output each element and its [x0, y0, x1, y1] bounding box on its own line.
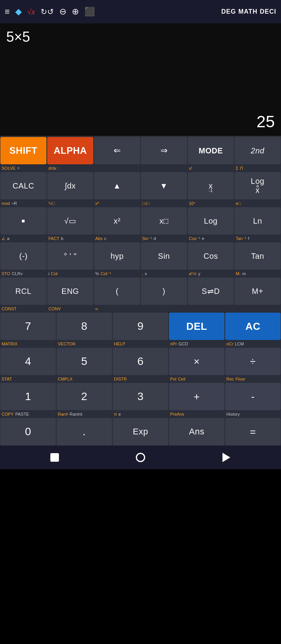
hyp-button[interactable]: hyp: [94, 242, 140, 270]
sub-ddx: d/dx: [48, 166, 57, 171]
ln-button[interactable]: Ln: [235, 207, 281, 235]
nav-back-button[interactable]: [219, 450, 234, 465]
close-paren-button[interactable]: ): [141, 278, 187, 305]
mode-labels: DEG MATH DECI: [221, 8, 276, 15]
sub-cell-comma-x: , x: [140, 270, 187, 277]
seven-button[interactable]: 7: [0, 313, 56, 340]
sub-pi: Π: [240, 166, 243, 171]
right-arrow-button[interactable]: ⇒: [141, 137, 187, 164]
shift-button[interactable]: SHIFT: [0, 137, 46, 164]
sub-cell-sininv-d: Sin⁻¹ d: [140, 235, 187, 242]
four-button[interactable]: 4: [0, 348, 56, 375]
open-paren-button[interactable]: (: [94, 278, 140, 305]
ac-button[interactable]: AC: [225, 313, 281, 340]
nav-home-button[interactable]: [133, 450, 148, 465]
sub-history: History: [226, 412, 240, 416]
sub-xfact: x!: [189, 166, 192, 171]
menu-icon[interactable]: ≡: [5, 7, 10, 17]
sin-button[interactable]: Sin: [141, 242, 187, 270]
left-arrow-button[interactable]: ⇐: [94, 137, 140, 164]
sub-sigma: Σ: [236, 166, 238, 171]
camera-icon[interactable]: ⬛: [84, 7, 95, 17]
log-button[interactable]: Log: [188, 207, 234, 235]
nine-button[interactable]: 9: [113, 313, 168, 340]
decimal-button[interactable]: .: [57, 418, 112, 445]
sub-cell-cubrt: ³√□: [47, 200, 94, 207]
zoom-in-icon[interactable]: ⊕: [72, 7, 79, 17]
exp-button[interactable]: Exp: [113, 418, 168, 445]
mode-deg: DEG: [221, 8, 236, 15]
six-button[interactable]: 6: [113, 348, 168, 375]
plus-button[interactable]: +: [169, 383, 224, 410]
divide-button[interactable]: ÷: [225, 348, 281, 375]
redo-icon[interactable]: ↻↺: [41, 7, 54, 16]
calc-button[interactable]: CALC: [0, 172, 46, 199]
down-button[interactable]: ▼: [141, 172, 187, 199]
second-button[interactable]: 2nd: [235, 137, 281, 164]
sub-cell-vector: VECTOR: [56, 340, 112, 347]
gem-icon[interactable]: ◆: [15, 7, 22, 17]
tan-button[interactable]: Tan: [235, 242, 281, 270]
sub-cell-matrix: MATRIX: [0, 340, 56, 347]
multiply-button[interactable]: ×: [169, 348, 224, 375]
sub-row-6: MATRIX VECTOR HELP nPr GCD nCr LCM: [0, 340, 281, 347]
sub-cell-inf: ∞: [94, 305, 140, 312]
sub-cell-stat: STAT: [0, 375, 56, 382]
five-button[interactable]: 5: [57, 348, 112, 375]
sub-divr: ÷R: [11, 201, 17, 206]
sub-cell-ran: Ran# RanInt: [56, 411, 112, 418]
integral-button[interactable]: ∫dx: [47, 172, 93, 199]
three-button[interactable]: 3: [113, 383, 168, 410]
rcl-button[interactable]: RCL: [0, 278, 46, 305]
m-plus-button[interactable]: M+: [235, 278, 281, 305]
x-box-button[interactable]: x□: [141, 207, 187, 235]
nav-square-button[interactable]: [47, 450, 62, 465]
equals-button[interactable]: =: [225, 418, 281, 445]
one-button[interactable]: 1: [0, 383, 56, 410]
minus-button[interactable]: -: [225, 383, 281, 410]
sub-row-4: STO CLRv i Cot % Cot⁻¹ , x aᵇ/c y M- m: [0, 270, 281, 277]
neg-button[interactable]: (-): [0, 242, 46, 270]
sub-cot: Cot: [51, 271, 57, 276]
row-sqrt: ▪ √▭ x² x□ Log Ln: [0, 207, 281, 235]
x-inv-button[interactable]: x-1: [188, 172, 234, 199]
sub-copy: COPY: [2, 412, 14, 416]
sub-mminus: M-: [236, 271, 241, 276]
ans-button[interactable]: Ans: [169, 418, 224, 445]
x-sq-button[interactable]: x²: [94, 207, 140, 235]
sub-floor: Floor: [236, 377, 245, 381]
sub-cell-empty5: [234, 305, 281, 312]
row-shift: SHIFT ALPHA ⇐ ⇒ MODE 2nd: [0, 137, 281, 165]
sub-e-const: e: [119, 412, 121, 416]
row-123: 1 2 3 + -: [0, 382, 281, 411]
sub-rec: Rec: [226, 377, 234, 381]
eight-button[interactable]: 8: [57, 313, 112, 340]
sub-y: y: [198, 271, 201, 276]
row-456: 4 5 6 × ÷: [0, 347, 281, 375]
alpha-button[interactable]: ALPHA: [47, 137, 93, 164]
sqrt-icon[interactable]: √x: [27, 7, 35, 16]
sub-cell-pi-e: π e: [112, 411, 169, 418]
sub-b: b: [61, 236, 63, 241]
s-to-d-button[interactable]: S⇌D: [188, 278, 234, 305]
sub-cell-sto-clrv: STO CLRv: [0, 270, 47, 277]
sub-cell-taninv-f: Tan⁻¹ f: [234, 235, 281, 242]
sub-cell-conv: CONV: [47, 305, 94, 312]
sub-cmplx: CMPLX: [58, 377, 73, 381]
sqrt-button[interactable]: √▭: [47, 207, 93, 235]
log-a-button[interactable]: Logax: [235, 172, 281, 199]
sub-cell-fact-b: FACT b: [47, 235, 94, 242]
two-button[interactable]: 2: [57, 383, 112, 410]
cos-button[interactable]: Cos: [188, 242, 234, 270]
dms-button[interactable]: ° ' ": [47, 242, 93, 270]
sub-cell-mod: mod ÷R: [0, 200, 47, 207]
sub-stat: STAT: [2, 377, 12, 381]
del-button[interactable]: DEL: [169, 313, 224, 340]
zero-button[interactable]: 0: [0, 418, 56, 445]
sub-row-7: STAT CMPLX DISTR Pol Ceil Rec Floor: [0, 375, 281, 382]
up-button[interactable]: ▲: [94, 172, 140, 199]
mode-button[interactable]: MODE: [188, 137, 234, 164]
zoom-out-icon[interactable]: ⊖: [59, 7, 66, 17]
frac-button[interactable]: ▪: [0, 207, 46, 235]
eng-button[interactable]: ENG: [47, 278, 93, 305]
